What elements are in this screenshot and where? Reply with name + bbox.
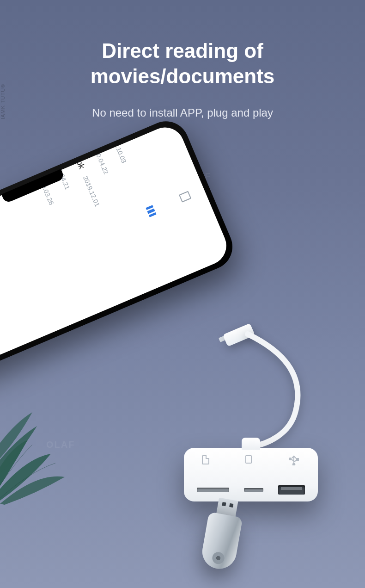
phone-screen: arms 2019.10.03 alipay 2020.04.22 aliUni… <box>0 121 232 378</box>
svg-point-3 <box>289 458 291 460</box>
phone-toolbar <box>132 168 232 225</box>
folder-icon <box>34 121 45 128</box>
file-list: arms 2019.10.03 alipay 2020.04.22 aliUni… <box>12 121 200 365</box>
phone-mockup: arms 2019.10.03 alipay 2020.04.22 aliUni… <box>0 114 240 385</box>
headline-line2: movies/documents <box>91 65 275 87</box>
document-icon <box>179 191 191 203</box>
file-name: amap <box>40 130 57 154</box>
file-date: 2020.04.22 <box>91 142 110 175</box>
file-date: 2019.10.03 <box>109 131 128 164</box>
adapter-lightning-port <box>242 438 260 450</box>
usb-flash-drive <box>195 495 249 576</box>
bars-icon <box>146 205 157 217</box>
file-name: alipay <box>78 121 96 138</box>
folder-icon <box>15 124 26 136</box>
tf-slot <box>244 488 263 492</box>
file-date: 2019.12.01 <box>82 175 101 208</box>
file-name: Android <box>21 139 41 169</box>
cable <box>240 332 314 452</box>
plant-decoration <box>0 384 88 505</box>
usb-slot <box>278 485 305 495</box>
usb-keyring-hole <box>211 551 225 565</box>
tf-card-icon <box>245 455 252 464</box>
watermark-small: IAMK TUTU® <box>0 0 6 119</box>
headline-line1: Direct reading of <box>102 39 263 62</box>
svg-rect-4 <box>297 458 298 460</box>
file-row: Android 2020.03.26 <box>14 124 123 364</box>
sd-slot <box>197 488 229 492</box>
file-name: arms <box>97 121 113 127</box>
headline: Direct reading of movies/documents <box>0 0 365 89</box>
file-name: aliUnion_apk <box>59 123 86 171</box>
landscape-icon <box>213 176 224 189</box>
sd-card-icon <box>202 455 209 464</box>
subhead: No need to install APP, plug and play <box>0 106 365 119</box>
usb-icon <box>288 455 300 465</box>
svg-point-5 <box>293 464 295 465</box>
usb-body <box>200 512 243 571</box>
card-reader-adapter <box>184 448 318 501</box>
